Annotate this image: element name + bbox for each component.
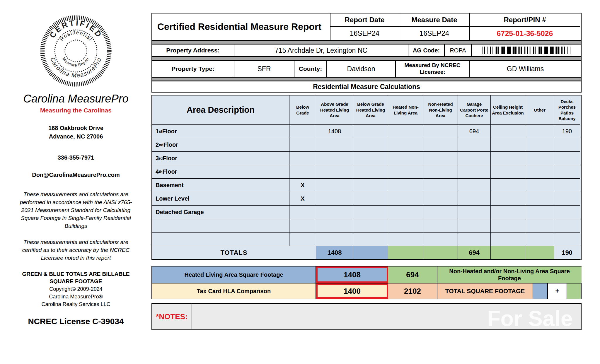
measure-cell-r7-c3 bbox=[388, 219, 423, 233]
measure-cell-r5-c4 bbox=[423, 192, 458, 206]
legend-blue-swatch bbox=[533, 283, 548, 299]
measure-table-rows: 1st Floor14086941902nd Floor3rd Floor4th… bbox=[152, 125, 581, 246]
measure-cell-r2-c3 bbox=[388, 152, 423, 165]
certified-stamp-seal: CERTIFIED Carolina MeasurePro Residentia… bbox=[38, 13, 113, 88]
measure-cell-r1-c3 bbox=[388, 138, 423, 152]
measure-cell-r1-c2 bbox=[353, 138, 388, 152]
total-above-grade-hla: 1408 bbox=[316, 246, 353, 259]
measure-cell-r1-c5 bbox=[458, 138, 491, 152]
report-date-label: Report Date bbox=[330, 13, 399, 27]
measure-date-value: 16SEP24 bbox=[399, 27, 470, 40]
measure-cell-r4-c8 bbox=[554, 179, 580, 192]
total-decks: 190 bbox=[554, 246, 580, 259]
measure-cell-r4-c3 bbox=[388, 179, 423, 192]
legend-plus-sign: + bbox=[548, 283, 567, 299]
column-header-8: Decks Porches Patios Balcony bbox=[554, 95, 580, 125]
measure-cell-r7-c6 bbox=[491, 219, 525, 233]
measure-cell-r8-c0 bbox=[289, 233, 316, 246]
measure-cell-r1-c8 bbox=[554, 138, 580, 152]
column-header-4: Non-Heated Non-Living Area bbox=[423, 95, 458, 125]
column-header-3: Heated Non-Living Area bbox=[388, 95, 423, 125]
measure-cell-r2-c4 bbox=[423, 152, 458, 165]
tax-card-comparison-label: Tax Card HLA Comparison bbox=[152, 283, 316, 299]
measure-cell-r8-c2 bbox=[353, 233, 388, 246]
pin-value: 6725-01-36-5026 bbox=[470, 27, 580, 40]
tax-card-comparison-value: 1400 bbox=[316, 283, 388, 299]
measure-cell-r5-c7 bbox=[525, 192, 554, 206]
total-below-grade-hla bbox=[353, 246, 388, 259]
row-label: 4th Floor bbox=[152, 165, 289, 179]
report-date-value: 16SEP24 bbox=[330, 27, 399, 40]
measure-row-0: 1st Floor1408694190 bbox=[152, 125, 581, 138]
stamp-text-residential: Residential bbox=[59, 30, 93, 42]
measure-cell-r2-c0 bbox=[289, 152, 316, 165]
measure-cell-r8-c5 bbox=[458, 233, 491, 246]
measure-row-4: BasementX bbox=[152, 179, 581, 192]
notes-label: *NOTES: bbox=[152, 304, 192, 329]
measure-row-7 bbox=[152, 219, 581, 233]
column-header-0: Below Grade bbox=[289, 95, 316, 125]
measure-row-1: 2nd Floor bbox=[152, 138, 581, 152]
measure-row-8 bbox=[152, 233, 581, 246]
measure-cell-r4-c5 bbox=[458, 179, 491, 192]
row-label bbox=[152, 219, 289, 233]
property-address-row: Property Address: 715 Archdale Dr, Lexin… bbox=[151, 44, 582, 57]
column-header-1: Above Grade Heated Living Area bbox=[316, 95, 353, 125]
measure-cell-r7-c8 bbox=[554, 219, 580, 233]
measure-cell-r8-c1 bbox=[316, 233, 353, 246]
company-phone: 336-355-7971 bbox=[17, 154, 135, 161]
column-header-5: Garage Carport Porte Cochere bbox=[458, 95, 491, 125]
column-header-6: Ceiling Height Area Exclusion bbox=[491, 95, 525, 125]
address-line-1: 168 Oakbrook Drive bbox=[17, 124, 135, 132]
column-header-7: Other bbox=[525, 95, 554, 125]
calc-section-title: Residential Measure Calculations bbox=[151, 81, 582, 93]
row-label: Detached Garage bbox=[152, 206, 289, 219]
report-page: CERTIFIED Carolina MeasurePro Residentia… bbox=[0, 0, 600, 364]
measure-cell-r4-c6 bbox=[491, 179, 525, 192]
ag-code-label: AG Code: bbox=[408, 45, 445, 56]
heated-living-summary-row: Heated Living Area Square Footage 1408 6… bbox=[151, 266, 582, 283]
measure-row-5: Lower LevelX bbox=[152, 192, 581, 206]
report-title: Certified Residential Measure Report bbox=[152, 13, 330, 40]
measure-cell-r3-c3 bbox=[388, 165, 423, 179]
total-garage: 694 bbox=[458, 246, 491, 259]
barcode-icon bbox=[483, 47, 570, 54]
measure-date-label: Measure Date bbox=[399, 13, 470, 27]
row-label: 2nd Floor bbox=[152, 138, 289, 152]
measure-cell-r6-c4 bbox=[423, 206, 458, 219]
llc-line: Carolina Realty Services LLC bbox=[17, 300, 135, 308]
non-living-garage-total: 694 bbox=[388, 266, 437, 283]
measure-cell-r5-c1 bbox=[316, 192, 353, 206]
county-label: County: bbox=[294, 61, 327, 77]
measure-cell-r0-c1: 1408 bbox=[316, 125, 353, 138]
measure-cell-r7-c4 bbox=[423, 219, 458, 233]
property-type-value: SFR bbox=[234, 61, 294, 77]
measure-cell-r3-c1 bbox=[316, 165, 353, 179]
measure-cell-r0-c7 bbox=[525, 125, 554, 138]
measure-table-header-row: Area Description Below GradeAbove Grade … bbox=[152, 95, 581, 125]
non-heated-area-label: Non-Heated and/or Non-Living Area Square… bbox=[437, 266, 582, 283]
measure-cell-r5-c2 bbox=[353, 192, 388, 206]
measure-cell-r4-c2 bbox=[353, 179, 388, 192]
hla-square-footage-value: 1408 bbox=[316, 266, 388, 283]
measure-row-6: Detached Garage bbox=[152, 206, 581, 219]
total-non-heated-non-living bbox=[423, 246, 458, 259]
report-header-table: Certified Residential Measure Report Rep… bbox=[151, 13, 582, 40]
report-body: Certified Residential Measure Report Rep… bbox=[151, 13, 582, 330]
measured-by-label: Measured By NCREC Licensee: bbox=[396, 61, 470, 77]
measure-cell-r5-c0: X bbox=[289, 192, 316, 206]
measure-cell-r6-c5 bbox=[458, 206, 491, 219]
ag-code-value: ROPA bbox=[445, 45, 472, 56]
measure-cell-r6-c3 bbox=[388, 206, 423, 219]
divider-bar bbox=[151, 57, 582, 60]
stamp-text-measure-report: Measure Report bbox=[62, 57, 90, 67]
measure-cell-r3-c4 bbox=[423, 165, 458, 179]
legend-green-swatch bbox=[567, 283, 581, 299]
measure-cell-r6-c6 bbox=[491, 206, 525, 219]
row-label: 3rd Floor bbox=[152, 152, 289, 165]
totals-label: TOTALS bbox=[152, 246, 316, 259]
measure-row-3: 4th Floor bbox=[152, 165, 581, 179]
measure-cell-r8-c8 bbox=[554, 233, 580, 246]
billable-note-line1: GREEN & BLUE TOTALS ARE BILLABLE bbox=[17, 270, 135, 278]
for-sale-watermark: For Sale bbox=[487, 306, 573, 329]
